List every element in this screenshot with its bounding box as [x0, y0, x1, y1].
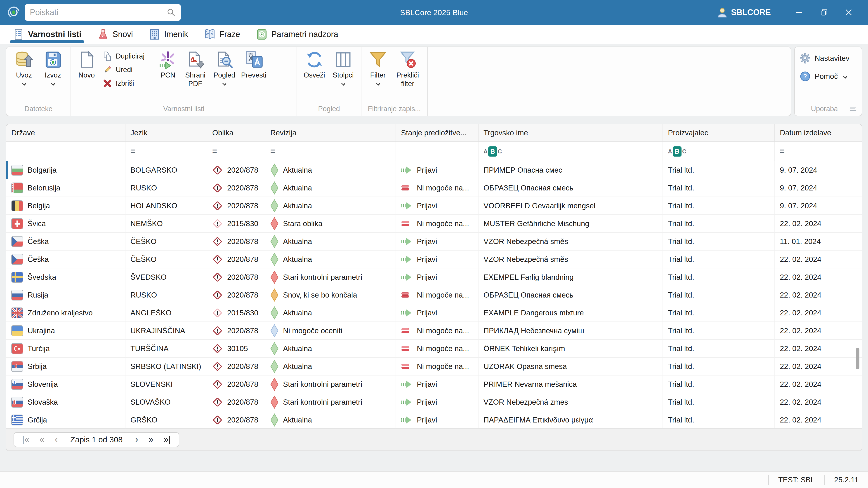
column-header-drzave[interactable]: Države [6, 124, 125, 141]
tab-snovi[interactable]: Snovi [97, 25, 133, 44]
pogled-button[interactable]: Pogled [210, 48, 239, 85]
equals-filter-icon[interactable]: = [270, 147, 275, 156]
menu-lines-icon[interactable] [849, 106, 857, 112]
table-row[interactable]: Srbija SRBSKO (LATINSKI) ! 2020/878 Aktu… [6, 358, 862, 376]
uvoz-button[interactable]: Uvoz [9, 48, 38, 85]
column-header-oblika[interactable]: Oblika [207, 124, 266, 141]
equals-filter-icon[interactable]: = [130, 147, 135, 156]
ribbon-group-label: Filtriranje zapis... [365, 104, 424, 116]
next-record-button[interactable]: › [135, 435, 138, 445]
tab-varnostni-listi[interactable]: Varnostni listi [13, 25, 81, 44]
table-row[interactable]: Bolgarija BOLGARSKO ! 2020/878 Aktualna … [6, 161, 862, 179]
country-flag-icon [11, 343, 23, 354]
filter-cell[interactable] [396, 142, 478, 161]
equals-filter-icon[interactable]: = [780, 147, 784, 156]
preklici-filter-button[interactable]: Prekliči filter [391, 48, 424, 88]
new-document-icon [78, 50, 96, 69]
revision-status-label: Snov, ki se bo končala [283, 291, 357, 299]
izvoz-button[interactable]: Izvoz [38, 48, 67, 85]
equals-filter-icon[interactable]: = [212, 147, 217, 156]
submission-status-label: Prijavi [417, 308, 437, 317]
table-row[interactable]: Slovenija SLOVENSKI ! 2020/878 Stari kon… [6, 376, 862, 393]
table-row[interactable]: Rusija RUSKO ! 2020/878 Snov, ki se bo k… [6, 286, 862, 304]
filter-button[interactable]: Filter [365, 48, 391, 85]
izbrisi-button[interactable]: Izbriši [103, 78, 153, 88]
cell-proizvajalec: Trial ltd. [663, 340, 775, 357]
column-header-trgovsko-ime[interactable]: Trgovsko ime [478, 124, 663, 141]
column-header-datum-izdelave[interactable]: Datum izdelave [775, 124, 841, 141]
revision-status-label: Ni mogoče oceniti [283, 326, 342, 335]
text-filter-icon[interactable]: ABC [484, 147, 502, 157]
cell-stanje: Prijavi [396, 197, 478, 215]
prev-pages-button[interactable]: « [39, 435, 44, 445]
search-icon[interactable] [166, 8, 176, 17]
country-flag-icon [11, 361, 23, 372]
cell-stanje: Prijavi [396, 411, 478, 429]
column-header-jezik[interactable]: Jezik [125, 124, 207, 141]
table-row[interactable]: Švedska ŠVEDSKO ! 2020/878 Stari kontrol… [6, 268, 862, 286]
last-page-button[interactable]: »| [164, 435, 170, 445]
cell-oblika: ! 2020/878 [207, 161, 266, 179]
regulation-warning-icon: ! [213, 183, 222, 193]
dupliciraj-button[interactable]: Dupliciraj [103, 52, 153, 61]
prevesti-button[interactable]: Prevesti [239, 48, 269, 79]
ribbon-group-filtriranje: Filter Prekliči filter Filtriranje zapis… [362, 47, 428, 116]
account-button[interactable]: SBLCORE [717, 7, 771, 18]
cell-revizija: Snov, ki se bo končala [266, 286, 396, 304]
pcn-button[interactable]: PCN [156, 48, 180, 79]
next-pages-button[interactable]: » [149, 435, 153, 445]
table-row[interactable]: Združeno kraljestvo ANGLEŠKO ! 2015/830 … [6, 304, 862, 322]
chevron-down-icon [376, 81, 380, 86]
osvezi-button[interactable]: Osveži [300, 48, 329, 79]
novo-button[interactable]: Novo [74, 48, 99, 79]
cell-datum: 22. 02. 2024 [775, 393, 841, 411]
revision-status-label: Aktualna [283, 308, 312, 317]
table-row[interactable]: Švica NEMŠKO ! 2015/830 Stara oblika Ni … [6, 215, 862, 233]
country-label: Turčija [28, 344, 50, 353]
tab-fraze[interactable]: Fraze [204, 25, 240, 44]
vertical-scrollbar-thumb[interactable] [856, 348, 860, 369]
search-input[interactable] [30, 8, 166, 17]
minimize-button[interactable] [786, 0, 811, 25]
regulation-warning-icon: ! [213, 397, 222, 407]
column-header-proizvajalec[interactable]: Proizvajalec [663, 124, 775, 141]
chevron-down-icon [341, 81, 345, 86]
tab-parametri-nadzora[interactable]: Parametri nadzora [256, 25, 338, 44]
filter-cell[interactable]: = [207, 142, 266, 161]
cell-datum: 22. 02. 2024 [775, 268, 841, 286]
filter-cell[interactable]: ABC [478, 142, 663, 161]
submission-status-icon [401, 185, 412, 191]
stolpci-button[interactable]: Stolpci [329, 48, 358, 85]
column-header-revizija[interactable]: Revizija [266, 124, 396, 141]
prev-record-button[interactable]: ‹ [55, 435, 58, 445]
table-row[interactable]: Grčija GRŠKO ! 2020/878 Aktualna Prijavi… [6, 411, 862, 429]
table-row[interactable]: Slovaška SLOVAŠKO ! 2020/878 Stari kontr… [6, 393, 862, 411]
text-filter-icon[interactable]: ABC [668, 147, 686, 157]
tab-label: Imenik [164, 30, 188, 39]
close-button[interactable] [836, 0, 861, 25]
cell-proizvajalec: Trial ltd. [663, 322, 775, 339]
filter-cell[interactable]: = [125, 142, 207, 161]
table-row[interactable]: Češka ČEŠKO ! 2020/878 Aktualna Prijavi … [6, 251, 862, 268]
table-row[interactable]: Belorusija RUSKO ! 2020/878 Aktualna Ni … [6, 179, 862, 197]
filter-cell[interactable]: = [775, 142, 841, 161]
regulation-label: 30105 [227, 344, 248, 353]
table-row[interactable]: Češka ČEŠKO ! 2020/878 Aktualna Prijavi … [6, 233, 862, 251]
shrani-pdf-button[interactable]: Shrani PDF [180, 48, 210, 88]
uredi-button[interactable]: Uredi [103, 65, 153, 74]
column-header-stanje[interactable]: Stanje predložitve... [396, 124, 478, 141]
filter-cell[interactable] [6, 142, 125, 161]
tab-imenik[interactable]: Imenik [149, 25, 188, 44]
table-row[interactable]: Turčija TURŠČINA ! 30105 Aktualna Ni mog… [6, 340, 862, 358]
table-row[interactable]: Belgija HOLANDSKO ! 2020/878 Aktualna Pr… [6, 197, 862, 215]
account-label: SBLCORE [731, 8, 771, 17]
maximize-button[interactable] [811, 0, 836, 25]
table-row[interactable]: Ukrajina UKRAJINŠČINA ! 2020/878 Ni mogo… [6, 322, 862, 340]
regulation-warning-icon: ! [213, 415, 222, 424]
pomoc-button[interactable]: ? Pomoč [799, 67, 858, 86]
filter-cell[interactable]: ABC [663, 142, 775, 161]
nastavitev-button[interactable]: Nastavitev [799, 49, 858, 67]
filter-cell[interactable]: = [266, 142, 396, 161]
first-page-button[interactable]: |« [22, 435, 29, 445]
submission-status-label: Ni mogoče na... [417, 362, 469, 371]
